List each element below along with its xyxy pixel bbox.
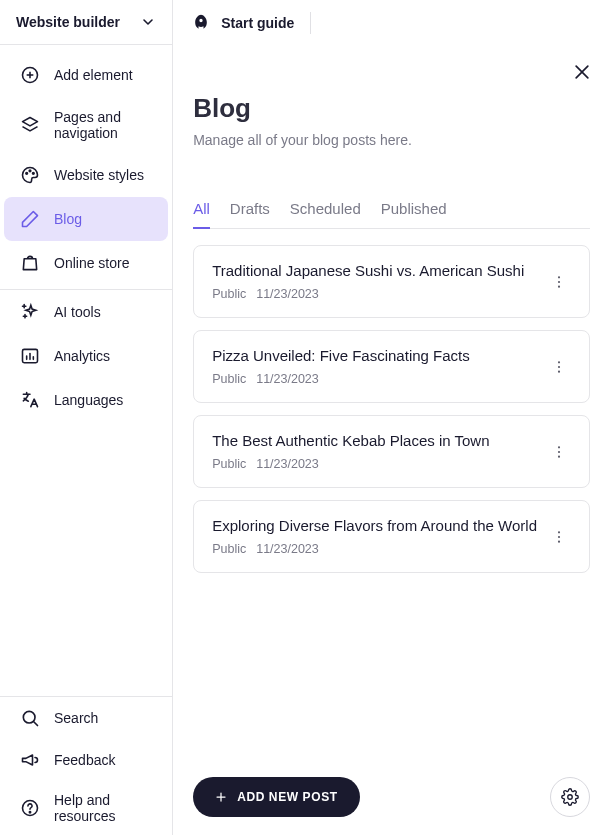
sidebar-item-label: Pages and navigation bbox=[54, 109, 152, 141]
post-title: Exploring Diverse Flavors from Around th… bbox=[212, 517, 537, 534]
page-title: Blog bbox=[193, 93, 590, 124]
sidebar-item-label: AI tools bbox=[54, 304, 101, 320]
topbar-divider bbox=[310, 12, 311, 34]
svg-point-23 bbox=[558, 446, 560, 448]
rocket-icon bbox=[191, 13, 211, 33]
post-status: Public bbox=[212, 287, 246, 301]
post-title: Pizza Unveiled: Five Fascinating Facts bbox=[212, 347, 537, 364]
sidebar-item-label: Online store bbox=[54, 255, 129, 271]
settings-button[interactable] bbox=[550, 777, 590, 817]
svg-point-25 bbox=[558, 455, 560, 457]
translate-icon bbox=[20, 390, 40, 410]
svg-point-19 bbox=[558, 285, 560, 287]
svg-marker-3 bbox=[23, 118, 38, 126]
add-new-post-label: ADD NEW POST bbox=[237, 790, 338, 804]
post-title: Traditional Japanese Sushi vs. American … bbox=[212, 262, 537, 279]
posts-list: Traditional Japanese Sushi vs. American … bbox=[193, 245, 590, 573]
start-guide-link[interactable]: Start guide bbox=[221, 15, 294, 31]
svg-point-21 bbox=[558, 365, 560, 367]
more-vertical-icon[interactable] bbox=[547, 355, 571, 379]
sidebar-item-feedback[interactable]: Feedback bbox=[4, 739, 168, 781]
sidebar-item-pages[interactable]: Pages and navigation bbox=[4, 97, 168, 153]
bar-chart-icon bbox=[20, 346, 40, 366]
post-date: 11/23/2023 bbox=[256, 542, 319, 556]
svg-point-26 bbox=[558, 531, 560, 533]
sidebar-item-label: Website styles bbox=[54, 167, 144, 183]
sidebar-item-analytics[interactable]: Analytics bbox=[4, 334, 168, 378]
tab-published[interactable]: Published bbox=[381, 200, 447, 228]
search-icon bbox=[20, 708, 40, 728]
svg-point-31 bbox=[568, 795, 573, 800]
svg-line-12 bbox=[34, 722, 38, 726]
sidebar-item-label: Help and resources bbox=[54, 792, 152, 824]
tab-all[interactable]: All bbox=[193, 200, 210, 229]
sidebar-item-add-element[interactable]: Add element bbox=[4, 53, 168, 97]
chevron-down-icon bbox=[140, 14, 156, 30]
post-status: Public bbox=[212, 457, 246, 471]
more-vertical-icon[interactable] bbox=[547, 440, 571, 464]
close-button[interactable] bbox=[572, 62, 592, 82]
layers-icon bbox=[20, 115, 40, 135]
sidebar-item-store[interactable]: Online store bbox=[4, 241, 168, 285]
post-card[interactable]: Exploring Diverse Flavors from Around th… bbox=[193, 500, 590, 573]
svg-point-28 bbox=[558, 540, 560, 542]
svg-point-18 bbox=[558, 280, 560, 282]
post-card[interactable]: Pizza Unveiled: Five Fascinating Facts P… bbox=[193, 330, 590, 403]
post-status: Public bbox=[212, 372, 246, 386]
plus-icon bbox=[215, 791, 227, 803]
post-title: The Best Authentic Kebab Places in Town bbox=[212, 432, 537, 449]
page-subtitle: Manage all of your blog posts here. bbox=[193, 132, 590, 148]
post-card[interactable]: Traditional Japanese Sushi vs. American … bbox=[193, 245, 590, 318]
help-circle-icon bbox=[20, 798, 40, 818]
sidebar-item-help[interactable]: Help and resources bbox=[4, 781, 168, 835]
sidebar-item-label: Search bbox=[54, 710, 98, 726]
main-panel: Start guide Blog Manage all of your blog… bbox=[173, 0, 610, 835]
sidebar: Website builder Add element Pages and na… bbox=[0, 0, 173, 835]
palette-icon bbox=[20, 165, 40, 185]
topbar: Start guide bbox=[173, 0, 610, 45]
sidebar-item-languages[interactable]: Languages bbox=[4, 378, 168, 422]
pencil-icon bbox=[20, 209, 40, 229]
tab-scheduled[interactable]: Scheduled bbox=[290, 200, 361, 228]
sparkles-icon bbox=[20, 302, 40, 322]
svg-point-14 bbox=[29, 812, 30, 813]
svg-point-6 bbox=[33, 173, 35, 175]
sidebar-item-blog[interactable]: Blog bbox=[4, 197, 168, 241]
gear-icon bbox=[561, 788, 579, 806]
tabs: All Drafts Scheduled Published bbox=[193, 200, 590, 229]
megaphone-icon bbox=[20, 750, 40, 770]
sidebar-header[interactable]: Website builder bbox=[0, 0, 172, 45]
sidebar-nav: Add element Pages and navigation Website… bbox=[0, 45, 172, 696]
post-date: 11/23/2023 bbox=[256, 457, 319, 471]
svg-point-4 bbox=[26, 173, 28, 175]
svg-point-22 bbox=[558, 370, 560, 372]
sidebar-item-search[interactable]: Search bbox=[4, 697, 168, 739]
sidebar-item-label: Analytics bbox=[54, 348, 110, 364]
svg-point-5 bbox=[29, 170, 31, 172]
svg-point-27 bbox=[558, 535, 560, 537]
tab-drafts[interactable]: Drafts bbox=[230, 200, 270, 228]
sidebar-item-label: Add element bbox=[54, 67, 133, 83]
sidebar-item-label: Feedback bbox=[54, 752, 115, 768]
shopping-bag-icon bbox=[20, 253, 40, 273]
sidebar-footer: Search Feedback Help and resources bbox=[0, 696, 172, 835]
add-new-post-button[interactable]: ADD NEW POST bbox=[193, 777, 360, 817]
sidebar-item-ai-tools[interactable]: AI tools bbox=[4, 290, 168, 334]
svg-point-24 bbox=[558, 450, 560, 452]
sidebar-item-label: Languages bbox=[54, 392, 123, 408]
post-date: 11/23/2023 bbox=[256, 287, 319, 301]
svg-point-17 bbox=[558, 276, 560, 278]
sidebar-item-styles[interactable]: Website styles bbox=[4, 153, 168, 197]
plus-circle-icon bbox=[20, 65, 40, 85]
more-vertical-icon[interactable] bbox=[547, 525, 571, 549]
post-date: 11/23/2023 bbox=[256, 372, 319, 386]
post-status: Public bbox=[212, 542, 246, 556]
svg-point-20 bbox=[558, 361, 560, 363]
more-vertical-icon[interactable] bbox=[547, 270, 571, 294]
post-card[interactable]: The Best Authentic Kebab Places in Town … bbox=[193, 415, 590, 488]
sidebar-item-label: Blog bbox=[54, 211, 82, 227]
sidebar-title: Website builder bbox=[16, 14, 120, 30]
content-area: Blog Manage all of your blog posts here.… bbox=[173, 45, 610, 835]
